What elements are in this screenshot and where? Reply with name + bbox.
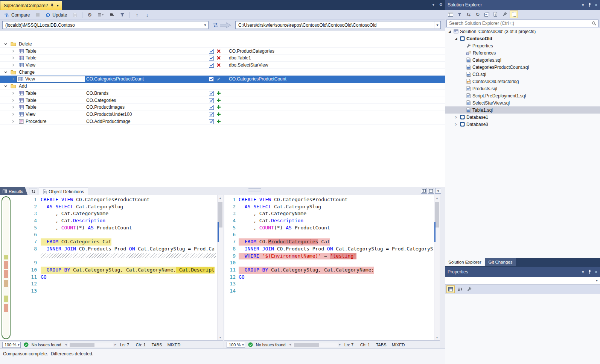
object-row-co-addproductimage[interactable]: ProcedureCO.AddProductImage xyxy=(0,118,445,125)
tree-item-script-predeployment1-sql[interactable]: Script.PreDeployment1.sql xyxy=(445,92,600,99)
scroll-thumb[interactable] xyxy=(218,202,222,228)
update-button[interactable]: Update xyxy=(43,11,69,19)
search-input[interactable] xyxy=(446,20,598,27)
chevron-down-icon[interactable]: ▾ xyxy=(582,3,584,8)
sort-results-button[interactable] xyxy=(29,188,37,195)
options-button[interactable]: ⚙ xyxy=(85,11,94,19)
include-checkbox[interactable] xyxy=(209,98,214,103)
include-checkbox[interactable] xyxy=(209,49,214,54)
view-filter-dropd[interactable] xyxy=(95,11,107,19)
chevron-down-icon[interactable]: ▾ xyxy=(582,270,584,275)
scroll-down-arrow[interactable]: ▼ xyxy=(218,335,223,340)
close-icon[interactable]: × xyxy=(595,270,597,274)
scroll-down-arrow[interactable]: ▼ xyxy=(434,335,440,340)
properties-button[interactable] xyxy=(501,11,509,18)
filter-dropdown-button[interactable] xyxy=(455,11,464,18)
zoom-level-select[interactable]: 100 % ▾ xyxy=(227,342,245,348)
alphabetical-sort-button[interactable] xyxy=(456,285,464,293)
target-code-editor[interactable]: 1CREATE VIEW CO.CategoriesProductCount2 … xyxy=(224,196,434,340)
include-checkbox[interactable] xyxy=(209,91,214,96)
group-row-change[interactable]: Change xyxy=(0,69,445,76)
view-options-dropdown[interactable]: ▾ xyxy=(435,188,441,194)
source-code-editor[interactable]: 1CREATE VIEW CO.CategoriesProductCount2 … xyxy=(12,196,217,340)
properties-header[interactable]: Properties ▾ × xyxy=(445,267,600,277)
object-row-dbo-table1[interactable]: Tabledbo.Table1 xyxy=(0,55,445,62)
categorized-button[interactable] xyxy=(446,285,455,293)
refresh-button[interactable]: ↻ xyxy=(474,11,482,18)
source-definition-pane[interactable]: 1CREATE VIEW CO.CategoriesProductCount2 … xyxy=(0,195,223,340)
search-icon[interactable] xyxy=(592,21,596,26)
object-row-co-categories[interactable]: TableCO.Categories xyxy=(0,97,445,104)
tree-item-database3[interactable]: ▷Database3 xyxy=(445,121,600,128)
tree-item-categoriesproductcount-sql[interactable]: CategoriesProductCount.sql xyxy=(445,64,600,71)
tree-item-table1-sql[interactable]: Table1.sql xyxy=(445,106,600,114)
tree-item-categories-sql[interactable]: Categories.sql xyxy=(445,56,600,64)
include-checkbox[interactable] xyxy=(209,77,214,82)
scroll-track[interactable] xyxy=(68,343,113,347)
results-tab[interactable]: Results xyxy=(0,187,27,195)
collapsed-arrow-icon[interactable]: ▷ xyxy=(454,115,458,119)
tree-item-co-sql[interactable]: CO.sql xyxy=(445,71,600,78)
focused-type-cell[interactable]: View xyxy=(17,76,85,82)
object-row-co-productcategories[interactable]: TableCO.ProductCategories xyxy=(0,48,445,55)
sort-button[interactable] xyxy=(108,11,117,19)
window-options-icon[interactable]: ⚙ xyxy=(439,2,443,7)
scroll-right-arrow[interactable]: ► xyxy=(114,343,117,346)
tab-list-dropdown-icon[interactable]: ▾ xyxy=(432,2,435,7)
sync-with-active-document-button[interactable]: ⇆ xyxy=(464,11,473,18)
filter-button[interactable] xyxy=(118,11,127,19)
scroll-up-arrow[interactable]: ▲ xyxy=(434,195,440,201)
include-checkbox[interactable] xyxy=(209,112,214,117)
tree-item-contosoold-refactorlog[interactable]: ContosoOld.refactorlog xyxy=(445,78,600,85)
inline-view-button[interactable] xyxy=(428,188,434,194)
collapse-all-button[interactable] xyxy=(483,11,491,18)
show-all-files-button[interactable] xyxy=(510,11,518,18)
scroll-track[interactable] xyxy=(292,343,338,347)
horizontal-scrollbar[interactable]: ◄ ► xyxy=(64,342,117,347)
scroll-up-arrow[interactable]: ▲ xyxy=(218,195,223,201)
include-checkbox[interactable] xyxy=(209,105,214,110)
properties-object-combo[interactable]: ▾ xyxy=(445,277,600,285)
tab-solution-explorer[interactable]: Solution Explorer xyxy=(445,258,485,266)
property-pages-button[interactable] xyxy=(465,285,474,293)
object-definitions-tab[interactable]: Object Definitions xyxy=(39,188,88,195)
vertical-scrollbar[interactable]: ▲ ▼ xyxy=(434,195,440,340)
vertical-scrollbar[interactable]: ▲ ▼ xyxy=(217,195,223,340)
expanded-arrow-icon[interactable]: ◢ xyxy=(454,37,458,40)
pin-icon[interactable] xyxy=(588,270,591,274)
tree-item-references[interactable]: References xyxy=(445,49,600,56)
tree-item-selectstarview-sql[interactable]: SelectStarView.sql xyxy=(445,99,600,106)
tree-item-products-sql[interactable]: Products.sql xyxy=(445,85,600,92)
group-row-delete[interactable]: Delete xyxy=(0,41,445,48)
tree-item-contosoold[interactable]: ◢ContosoOld xyxy=(445,35,600,42)
collapsed-arrow-icon[interactable]: ▷ xyxy=(454,123,458,126)
document-tab[interactable]: SqlSchemaCompare2 ● xyxy=(0,1,62,10)
preview-selected-items-button[interactable] xyxy=(492,11,500,18)
pin-icon[interactable] xyxy=(50,3,54,8)
tree-item-database1[interactable]: ▷Database1 xyxy=(445,114,600,121)
next-difference-button[interactable]: ↓ xyxy=(143,11,152,19)
scroll-thumb[interactable] xyxy=(435,202,439,228)
scroll-left-arrow[interactable]: ◄ xyxy=(289,343,292,346)
zoom-level-select[interactable]: 100 % ▾ xyxy=(2,342,21,348)
scroll-thumb[interactable] xyxy=(294,343,319,347)
target-definition-pane[interactable]: 1CREATE VIEW CO.CategoriesProductCount2 … xyxy=(224,195,440,340)
include-checkbox[interactable] xyxy=(209,56,214,61)
scroll-thumb[interactable] xyxy=(70,343,94,347)
solution-explorer-header[interactable]: Solution Explorer ▾ × xyxy=(445,0,600,10)
object-row-dbo-selectstarview[interactable]: Viewdbo.SelectStarView xyxy=(0,62,445,69)
close-icon[interactable]: × xyxy=(595,3,597,7)
include-checkbox[interactable] xyxy=(209,63,214,68)
object-row-co-productimages[interactable]: TableCO.ProductImages xyxy=(0,104,445,111)
tree-item-solution-contosoold-3-of-3-projects[interactable]: ◢Solution 'ContosoOld' (3 of 3 projects) xyxy=(445,28,600,35)
object-row-co-productsunder100[interactable]: ViewCO.ProductsUnder100 xyxy=(0,111,445,118)
include-checkbox[interactable] xyxy=(209,119,214,124)
object-row-co-categoriesproductcount[interactable]: ViewCO.CategoriesProductCountCO.Categori… xyxy=(0,76,445,83)
tree-item-properties[interactable]: Properties xyxy=(445,42,600,49)
side-by-side-view-button[interactable] xyxy=(421,188,427,194)
switch-views-button[interactable] xyxy=(446,11,455,18)
diff-overview-map[interactable] xyxy=(2,196,11,339)
switch-source-target-button[interactable] xyxy=(213,23,219,27)
scroll-left-arrow[interactable]: ◄ xyxy=(64,343,67,346)
previous-difference-button[interactable]: ↑ xyxy=(132,11,142,19)
